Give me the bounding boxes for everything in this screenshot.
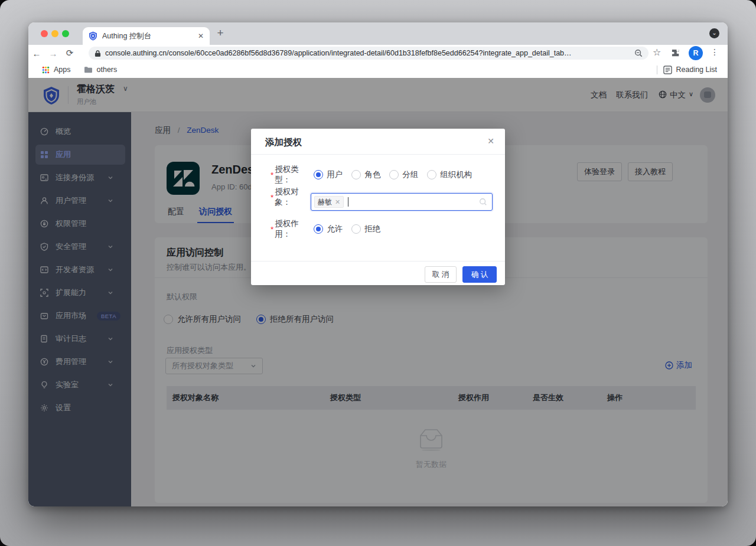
apps-shortcut[interactable]: Apps [54, 66, 71, 74]
radio-icon[interactable] [389, 170, 399, 179]
text-cursor [348, 197, 348, 207]
back-icon[interactable]: ← [28, 48, 45, 58]
authz-type-label: 授权类型： [275, 164, 314, 185]
tab-search-button[interactable]: ⌄ [709, 28, 719, 38]
close-window-button[interactable] [41, 30, 48, 37]
reading-list-icon[interactable] [663, 66, 672, 74]
radio-user[interactable]: 用户 [314, 169, 343, 180]
modal-title: 添加授权 [265, 136, 302, 149]
extensions-puzzle-icon[interactable] [671, 48, 680, 58]
tag-remove-icon[interactable]: ✕ [335, 198, 340, 206]
bookmarks-divider [657, 66, 657, 74]
address-bar[interactable]: console.authing.cn/console/60cce0ad6286b… [89, 47, 649, 60]
menu-kebab-icon[interactable]: ⋮ [711, 47, 719, 57]
authz-type-row: * 授权类型： 用户 角色 分组 组织机构 [251, 166, 505, 183]
radio-icon[interactable] [427, 170, 436, 179]
radio-selected-icon[interactable] [314, 224, 323, 234]
bookmarks-bar: Apps others Reading List [28, 61, 728, 79]
bookmark-star-icon[interactable]: ☆ [653, 47, 661, 58]
required-asterisk: * [271, 193, 273, 202]
radio-role[interactable]: 角色 [351, 169, 380, 180]
modal-header: 添加授权 ✕ [251, 129, 505, 155]
selected-tag: 赫敏 ✕ [314, 196, 344, 208]
browser-tab[interactable]: Authing 控制台 ✕ [83, 27, 210, 45]
authing-favicon-icon [89, 31, 97, 41]
modal-footer-divider [251, 261, 505, 261]
radio-allow[interactable]: 允许 [314, 224, 343, 234]
required-asterisk: * [271, 225, 273, 234]
radio-icon[interactable] [351, 224, 361, 234]
cancel-button[interactable]: 取 消 [425, 266, 457, 283]
search-icon [479, 198, 487, 206]
tab-title: Authing 控制台 [102, 31, 198, 41]
browser-window: Authing 控制台 ✕ + ⌄ ← → ⟳ console.authing.… [28, 22, 728, 506]
confirm-button[interactable]: 确 认 [462, 266, 497, 283]
new-tab-button[interactable]: + [213, 27, 228, 40]
close-icon[interactable]: ✕ [487, 136, 494, 146]
bookmark-folder-others[interactable]: others [97, 66, 118, 74]
page-viewport: 霍格沃茨 ∨ 用户池 文档 联系我们 中文 ∨ 概览 应用 连接身份源 [28, 78, 728, 506]
reading-list-label[interactable]: Reading List [676, 66, 718, 74]
folder-icon [84, 66, 93, 73]
lock-icon [94, 50, 101, 57]
radio-icon[interactable] [351, 170, 361, 179]
url-text: console.authing.cn/console/60cce0ad6286b… [105, 49, 634, 57]
zoom-window-button[interactable] [62, 30, 69, 37]
add-authorization-modal: 添加授权 ✕ * 授权类型： 用户 角色 分组 组织机构 * 授权对象： 赫敏 … [251, 129, 505, 285]
profile-avatar[interactable]: R [689, 46, 703, 60]
reload-icon[interactable]: ⟳ [61, 48, 78, 58]
desktop-background: Authing 控制台 ✕ + ⌄ ← → ⟳ console.authing.… [0, 0, 756, 546]
radio-group[interactable]: 分组 [389, 169, 418, 180]
apps-grid-icon[interactable] [42, 66, 50, 74]
radio-selected-icon[interactable] [314, 170, 323, 179]
minimize-window-button[interactable] [51, 30, 58, 37]
authz-effect-label: 授权作用： [275, 218, 314, 240]
radio-org[interactable]: 组织机构 [427, 169, 472, 180]
forward-icon[interactable]: → [45, 48, 61, 58]
authz-target-input[interactable]: 赫敏 ✕ [311, 193, 493, 211]
required-asterisk: * [271, 171, 273, 179]
authz-target-label: 授权对象： [275, 187, 314, 208]
zoom-out-icon[interactable] [634, 49, 643, 57]
radio-deny[interactable]: 拒绝 [351, 224, 380, 234]
tab-close-icon[interactable]: ✕ [198, 32, 204, 40]
browser-tab-strip: Authing 控制台 ✕ + ⌄ [28, 22, 728, 45]
authz-effect-row: * 授权作用： 允许 拒绝 [251, 221, 505, 237]
